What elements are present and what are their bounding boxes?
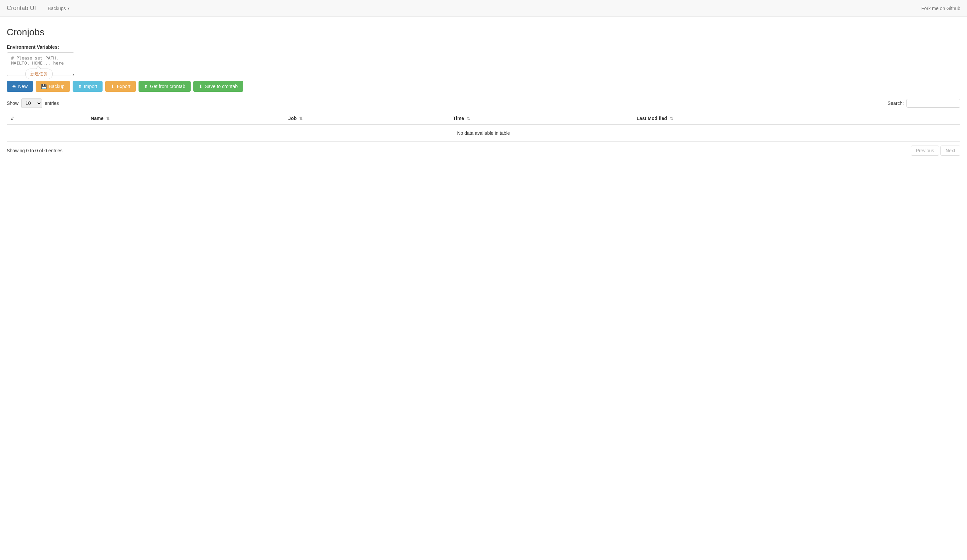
search-input[interactable] — [906, 99, 960, 107]
entries-label: entries — [45, 100, 59, 106]
fork-link[interactable]: Fork me on Github — [921, 6, 960, 11]
search-box: Search: — [888, 99, 960, 107]
save-to-crontab-button[interactable]: ⬇ Save to crontab — [193, 81, 243, 92]
show-label: Show — [7, 100, 18, 106]
env-variables-label: Environment Variables: — [7, 44, 960, 50]
export-button[interactable]: ⬇ Export — [105, 81, 135, 92]
table-header: # Name ⇅ Job ⇅ Time ⇅ Last Modified ⇅ — [7, 112, 960, 125]
next-button[interactable]: Next — [941, 145, 960, 156]
previous-button[interactable]: Previous — [911, 145, 939, 156]
chevron-down-icon: ▾ — [68, 6, 69, 11]
last-modified-sort-icon: ⇅ — [670, 116, 673, 121]
name-sort-icon: ⇅ — [106, 116, 110, 121]
tooltip-bubble: 新建任务 — [25, 69, 53, 79]
navbar-backups-label: Backups — [48, 6, 66, 11]
time-sort-icon: ⇅ — [467, 116, 470, 121]
col-time[interactable]: Time ⇅ — [449, 112, 633, 125]
col-name[interactable]: Name ⇅ — [87, 112, 284, 125]
backup-button[interactable]: 💾 Backup — [36, 81, 70, 92]
tooltip-text: 新建任务 — [30, 71, 48, 76]
pagination-row: Showing 0 to 0 of 0 entries Previous Nex… — [7, 145, 960, 156]
backup-icon: 💾 — [41, 84, 47, 89]
table-controls: Show 10 25 50 100 entries Search: — [7, 99, 960, 108]
col-hash[interactable]: # — [7, 112, 87, 125]
get-icon: ⬆ — [144, 84, 148, 89]
search-label: Search: — [888, 100, 904, 106]
empty-message: No data available in table — [7, 125, 960, 142]
col-last-modified[interactable]: Last Modified ⇅ — [633, 112, 960, 125]
navbar-brand[interactable]: Crontab UI — [7, 5, 36, 12]
import-icon: ⬆ — [78, 84, 82, 89]
plus-icon: ⊕ — [12, 84, 16, 89]
job-sort-icon: ⇅ — [299, 116, 303, 121]
navbar: Crontab UI Backups ▾ Fork me on Github — [0, 0, 967, 17]
new-button[interactable]: ⊕ New — [7, 81, 33, 92]
col-job[interactable]: Job ⇅ — [284, 112, 449, 125]
entries-select[interactable]: 10 25 50 100 — [21, 99, 42, 108]
get-from-crontab-button[interactable]: ⬆ Get from crontab — [139, 81, 191, 92]
page-title: Cronjobs — [7, 27, 960, 38]
pagination-buttons: Previous Next — [911, 145, 960, 156]
table-empty-row: No data available in table — [7, 125, 960, 142]
import-button[interactable]: ⬆ Import — [73, 81, 103, 92]
navbar-backups[interactable]: Backups ▾ — [43, 1, 75, 16]
show-entries: Show 10 25 50 100 entries — [7, 99, 59, 108]
showing-text: Showing 0 to 0 of 0 entries — [7, 148, 63, 153]
table-body: No data available in table — [7, 125, 960, 142]
main-content: Cronjobs Environment Variables: 新建任务 ⊕ N… — [0, 17, 967, 166]
env-textarea-container: 新建任务 — [7, 53, 74, 77]
export-icon: ⬇ — [111, 84, 115, 89]
header-row: # Name ⇅ Job ⇅ Time ⇅ Last Modified ⇅ — [7, 112, 960, 125]
action-buttons: ⊕ New 💾 Backup ⬆ Import ⬇ Export ⬆ Get f… — [7, 81, 960, 92]
save-icon: ⬇ — [199, 84, 203, 89]
cronjobs-table: # Name ⇅ Job ⇅ Time ⇅ Last Modified ⇅ — [7, 112, 960, 142]
